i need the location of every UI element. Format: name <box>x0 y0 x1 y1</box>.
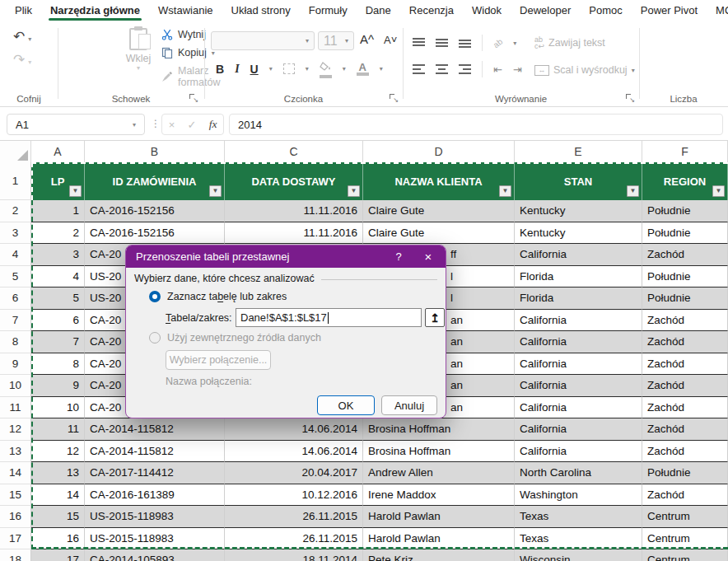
cell-region[interactable]: Zachód <box>642 418 728 441</box>
cell-lp[interactable]: 4 <box>31 266 85 288</box>
row-number[interactable]: 12 <box>0 418 31 441</box>
tab-układ-strony[interactable]: Układ strony <box>230 1 292 21</box>
tab-recenzja[interactable]: Recenzja <box>408 1 455 21</box>
cell-date[interactable]: 18.11.2014 <box>225 549 363 561</box>
row-number[interactable]: 3 <box>0 222 31 245</box>
row-number[interactable]: 2 <box>0 200 31 222</box>
align-right-icon[interactable] <box>459 64 471 74</box>
table-header-cell[interactable]: STAN▼ <box>515 162 642 200</box>
cell-lp[interactable]: 13 <box>31 462 85 484</box>
cell-name[interactable]: Irene Maddox <box>363 484 515 507</box>
cell-region[interactable]: Południe <box>642 222 728 245</box>
confirm-entry-button[interactable]: ✓ <box>187 119 196 131</box>
font-dialog-launcher-icon[interactable] <box>389 93 398 102</box>
align-left-icon[interactable] <box>413 64 425 74</box>
bold-button[interactable]: B <box>216 63 224 76</box>
cell-lp[interactable]: 2 <box>31 222 85 245</box>
row-number[interactable]: 7 <box>0 310 31 332</box>
align-middle-icon[interactable] <box>436 38 448 48</box>
cell-state[interactable]: California <box>515 244 642 266</box>
row-number[interactable]: 14 <box>0 462 31 484</box>
tab-deweloper[interactable]: Deweloper <box>518 1 572 21</box>
table-header-cell[interactable]: REGION▼ <box>642 162 728 200</box>
cell-state[interactable]: California <box>515 353 642 376</box>
cell-id[interactable]: CA-2017-114412 <box>85 462 225 484</box>
cell-region[interactable]: Południe <box>642 288 728 310</box>
cell-id[interactable]: CA-2014-115812 <box>85 418 225 441</box>
merge-center-button[interactable]: ↔ Scal i wyśrodkuj ▾ <box>534 64 635 76</box>
decrease-font-size-button[interactable]: A˅ <box>384 34 397 46</box>
orientation-icon[interactable]: ab <box>492 36 505 49</box>
cell-lp[interactable]: 16 <box>31 528 85 550</box>
row-number[interactable]: 10 <box>0 375 31 397</box>
undo-button[interactable]: ↶▾ <box>13 28 31 45</box>
cell-date[interactable]: 14.06.2014 <box>225 441 363 463</box>
cell-region[interactable]: Zachód <box>642 375 728 397</box>
redo-button[interactable]: ↷▾ <box>13 51 31 68</box>
table-header-cell[interactable]: LP▼ <box>31 162 85 200</box>
select-all-corner[interactable] <box>0 141 31 162</box>
choose-connection-button[interactable]: Wybierz połączenie... <box>166 350 271 370</box>
dialog-help-button[interactable]: ? <box>385 245 413 268</box>
cell-state[interactable]: North Carolina <box>515 462 642 484</box>
tab-power-pivot[interactable]: Power Pivot <box>639 1 699 21</box>
filter-dropdown-icon[interactable]: ▼ <box>209 185 222 197</box>
cell-region[interactable]: Zachód <box>642 310 728 332</box>
table-header-cell[interactable]: DATA DOSTAWY▼ <box>225 162 363 200</box>
cell-state[interactable]: California <box>515 397 642 419</box>
cell-state[interactable]: California <box>515 331 642 353</box>
cell-region[interactable]: Centrum <box>642 506 728 528</box>
column-header-b[interactable]: B <box>85 141 225 162</box>
cell-region[interactable]: Centrum <box>642 549 728 561</box>
row-number[interactable]: 15 <box>0 484 31 507</box>
cell-date[interactable]: 26.11.2015 <box>225 528 363 550</box>
row-number[interactable]: 8 <box>0 331 31 353</box>
cell-name[interactable]: Andrew Allen <box>363 462 515 484</box>
cell-region[interactable]: Południe <box>642 200 728 222</box>
row-number[interactable]: 5 <box>0 266 31 288</box>
ok-button[interactable]: OK <box>317 395 375 415</box>
row-number[interactable]: 11 <box>0 397 31 419</box>
clipboard-dialog-launcher-icon[interactable] <box>189 93 198 102</box>
tab-narzędzia-główne[interactable]: Narzędzia główne <box>49 1 142 21</box>
cell-lp[interactable]: 14 <box>31 484 85 507</box>
tab-mc[interactable]: MC <box>714 1 728 21</box>
row-number[interactable]: 1 <box>0 162 31 200</box>
cell-name[interactable]: Harold Pawlan <box>363 528 515 550</box>
cell-region[interactable]: Południe <box>642 266 728 288</box>
align-bottom-icon[interactable] <box>459 38 471 48</box>
cell-state[interactable]: Texas <box>515 528 642 550</box>
cell-region[interactable]: Zachód <box>642 353 728 376</box>
tab-dane[interactable]: Dane <box>364 1 393 21</box>
cell-lp[interactable]: 12 <box>31 441 85 463</box>
cell-state[interactable]: California <box>515 418 642 441</box>
cell-id[interactable]: CA-2016-152156 <box>85 222 225 245</box>
cell-state[interactable]: Kentucky <box>515 200 642 222</box>
paste-button[interactable]: Wklej ▾ <box>122 28 155 72</box>
range-picker-button[interactable]: ↥ <box>425 308 445 327</box>
row-number[interactable]: 6 <box>0 288 31 310</box>
cell-lp[interactable]: 5 <box>31 288 85 310</box>
row-number[interactable]: 18 <box>0 549 31 561</box>
cell-lp[interactable]: 9 <box>31 375 85 397</box>
cell-state[interactable]: Texas <box>515 506 642 528</box>
formula-input[interactable]: 2014 <box>229 114 723 135</box>
table-header-cell[interactable]: NAZWA KLIENTA▼ <box>363 162 515 200</box>
cell-name[interactable]: Brosina Hoffman <box>363 441 515 463</box>
cell-id[interactable]: US-2015-118983 <box>85 506 225 528</box>
cell-lp[interactable]: 7 <box>31 331 85 353</box>
increase-font-size-button[interactable]: A^ <box>360 32 374 46</box>
radio-external-source[interactable] <box>149 332 161 344</box>
cell-state[interactable]: Kentucky <box>515 222 642 245</box>
cell-lp[interactable]: 11 <box>31 418 85 441</box>
cell-name[interactable]: Harold Pawlan <box>363 506 515 528</box>
radio-select-table[interactable] <box>149 291 161 302</box>
column-header-f[interactable]: F <box>642 141 728 162</box>
filter-dropdown-icon[interactable]: ▼ <box>712 185 725 197</box>
italic-button[interactable]: I <box>235 63 239 76</box>
row-number[interactable]: 16 <box>0 506 31 528</box>
cell-region[interactable]: Zachód <box>642 397 728 419</box>
filter-dropdown-icon[interactable]: ▼ <box>499 185 511 197</box>
cell-state[interactable]: Wisconsin <box>515 549 642 561</box>
cell-state[interactable]: California <box>515 375 642 397</box>
